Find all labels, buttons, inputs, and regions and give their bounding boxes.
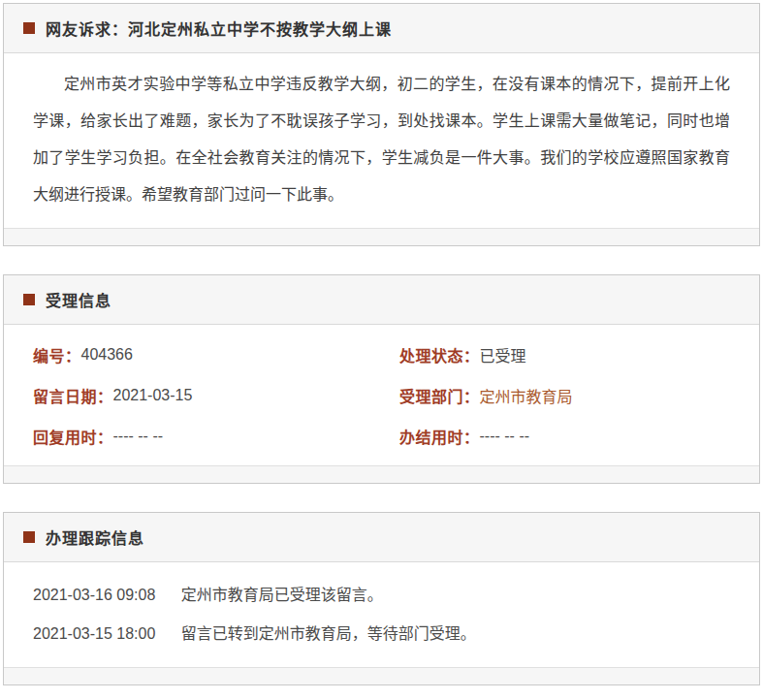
tracking-panel: 办理跟踪信息 2021-03-16 09:08 定州市教育局已受理该留言。 20… (3, 512, 760, 685)
field-message-date-value: 2021-03-15 (113, 387, 193, 404)
square-bullet-icon (23, 22, 35, 34)
tracking-entry: 2021-03-15 18:00 留言已转到定州市教育局，等待部门受理。 (33, 615, 730, 653)
tracking-entry-text: 留言已转到定州市教育局，等待部门受理。 (181, 625, 476, 642)
acceptance-panel-footer (4, 465, 759, 483)
appeal-text: 定州市英才实验中学等私立中学违反教学大纲，初二的学生，在没有课本的情况下，提前开… (33, 66, 730, 213)
appeal-panel-header: 网友诉求：河北定州私立中学不按教学大纲上课 (4, 4, 759, 53)
acceptance-panel-header: 受理信息 (4, 275, 759, 325)
tracking-entry-time: 2021-03-15 18:00 (33, 625, 155, 642)
square-bullet-icon (23, 531, 35, 543)
appeal-panel: 网友诉求：河北定州私立中学不按教学大纲上课 定州市英才实验中学等私立中学违反教学… (3, 3, 760, 246)
tracking-entry: 2021-03-16 09:08 定州市教育局已受理该留言。 (33, 576, 730, 615)
page-container: 网友诉求：河北定州私立中学不按教学大纲上课 定州市英才实验中学等私立中学违反教学… (0, 0, 763, 688)
square-bullet-icon (23, 294, 35, 305)
tracking-entry-text: 定州市教育局已受理该留言。 (181, 587, 383, 603)
tracking-entry-time: 2021-03-16 09:08 (33, 587, 155, 603)
field-department: 受理部门： 定州市教育局 (399, 375, 740, 416)
field-reply-duration-value: ---- -- -- (113, 428, 164, 445)
appeal-title: 网友诉求：河北定州私立中学不按教学大纲上课 (46, 16, 392, 40)
tracking-panel-header: 办理跟踪信息 (4, 513, 759, 562)
field-message-date-label: 留言日期： (33, 384, 113, 407)
field-number-value: 404366 (81, 346, 133, 364)
tracking-title: 办理跟踪信息 (46, 525, 144, 549)
field-reply-duration: 回复用时： ---- -- -- (33, 416, 399, 457)
field-completion-duration-label: 办结用时： (399, 425, 480, 448)
field-completion-duration: 办结用时： ---- -- -- (399, 416, 740, 457)
field-department-label: 受理部门： (399, 384, 480, 407)
field-number-label: 编号： (33, 343, 81, 366)
field-status-label: 处理状态： (399, 343, 480, 366)
acceptance-panel: 受理信息 编号： 404366 处理状态： 已受理 留言日期： 2021-03-… (3, 274, 760, 484)
acceptance-fields: 编号： 404366 处理状态： 已受理 留言日期： 2021-03-15 受理… (4, 325, 759, 465)
field-completion-duration-value: ---- -- -- (480, 428, 530, 445)
appeal-body: 定州市英才实验中学等私立中学违反教学大纲，初二的学生，在没有课本的情况下，提前开… (4, 53, 759, 228)
field-reply-duration-label: 回复用时： (33, 425, 113, 448)
acceptance-title: 受理信息 (46, 288, 111, 311)
tracking-entries: 2021-03-16 09:08 定州市教育局已受理该留言。 2021-03-1… (4, 562, 759, 667)
appeal-panel-footer (4, 228, 759, 245)
field-department-value: 定州市教育局 (480, 384, 573, 407)
field-number: 编号： 404366 (33, 334, 399, 375)
field-status-value: 已受理 (480, 343, 526, 366)
field-status: 处理状态： 已受理 (399, 334, 740, 375)
tracking-panel-footer (4, 667, 759, 684)
field-message-date: 留言日期： 2021-03-15 (33, 375, 399, 416)
